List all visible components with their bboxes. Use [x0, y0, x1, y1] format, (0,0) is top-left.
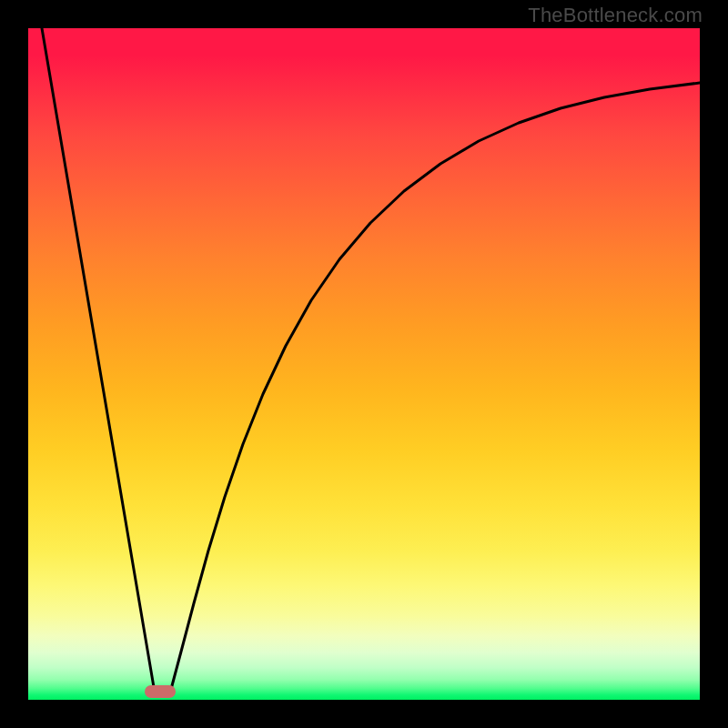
left-line: [42, 28, 155, 693]
chart-container: TheBottleneck.com: [0, 0, 728, 728]
plot-area: [28, 28, 700, 700]
optimal-marker: [145, 685, 176, 698]
right-curve: [170, 83, 700, 693]
curve-svg: [28, 28, 700, 700]
watermark-text: TheBottleneck.com: [528, 4, 703, 27]
